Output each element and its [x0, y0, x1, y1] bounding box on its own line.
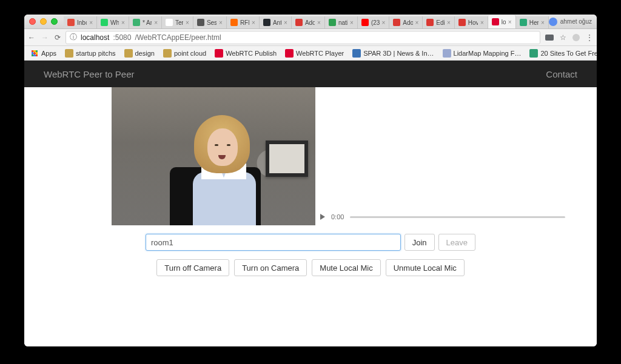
forward-button[interactable]: →: [41, 33, 49, 42]
room-row: Join Leave: [146, 234, 475, 251]
favicon-icon: [263, 19, 270, 26]
close-tab-icon[interactable]: ×: [382, 19, 386, 26]
close-tab-icon[interactable]: ×: [89, 19, 93, 26]
close-tab-icon[interactable]: ×: [284, 19, 287, 26]
address-host: localhost: [81, 33, 109, 42]
browser-tab[interactable]: Ado×: [389, 16, 423, 28]
browser-tab[interactable]: Wh×: [97, 16, 129, 28]
tab-label: Wh: [110, 19, 119, 26]
favicon-icon: [426, 19, 434, 26]
app-header: WebRTC Peer to Peer Contact: [24, 61, 597, 87]
video-row: 0:00: [112, 87, 582, 225]
zoom-window-button[interactable]: [51, 18, 58, 25]
join-button[interactable]: Join: [404, 234, 435, 251]
bookmark-icon: [215, 49, 223, 58]
close-tab-icon[interactable]: ×: [350, 19, 354, 26]
room-id-input[interactable]: [146, 234, 401, 251]
window-controls: [29, 18, 58, 25]
unmute-mic-button[interactable]: Unmute Local Mic: [386, 259, 465, 276]
bookmark-label: startup pitchs: [76, 50, 115, 57]
browser-tab[interactable]: Her×: [516, 16, 549, 28]
bookmark-folder[interactable]: startup pitchs: [65, 49, 115, 58]
browser-tab[interactable]: (23×: [358, 16, 389, 28]
bookmark-item[interactable]: SPAR 3D | News & In…: [352, 49, 434, 58]
close-tab-icon[interactable]: ×: [447, 19, 451, 26]
favicon-icon: [295, 19, 303, 26]
bookmark-item[interactable]: WebRTC Publish: [215, 49, 277, 58]
app-brand: WebRTC Peer to Peer: [44, 69, 135, 79]
browser-tab[interactable]: nati×: [325, 16, 358, 28]
folder-icon: [163, 49, 172, 58]
site-info-icon[interactable]: ⓘ: [70, 32, 77, 42]
bookmarks-apps[interactable]: Apps: [30, 49, 56, 58]
close-window-button[interactable]: [29, 18, 36, 25]
mute-mic-button[interactable]: Mute Local Mic: [312, 259, 380, 276]
bookmark-star-icon[interactable]: ☆: [560, 33, 566, 42]
address-bar[interactable]: ⓘ localhost:5080/WebRTCAppEE/peer.html: [65, 31, 540, 44]
bookmark-folder[interactable]: point cloud: [163, 49, 206, 58]
bookmark-item[interactable]: 20 Sites To Get Free…: [529, 49, 597, 58]
bookmark-label: 20 Sites To Get Free…: [540, 50, 597, 57]
close-tab-icon[interactable]: ×: [415, 19, 419, 26]
close-tab-icon[interactable]: ×: [541, 19, 545, 26]
browser-tab[interactable]: lo×: [488, 15, 516, 28]
bookmark-item[interactable]: WebRTC Player: [285, 49, 344, 58]
favicon-icon: [458, 19, 466, 26]
turn-off-camera-button[interactable]: Turn off Camera: [156, 259, 229, 276]
audio-player: 0:00: [315, 210, 582, 224]
bookmark-folder[interactable]: design: [124, 49, 155, 58]
close-tab-icon[interactable]: ×: [154, 19, 158, 26]
address-path: /WebRTCAppEE/peer.html: [135, 33, 221, 42]
play-icon[interactable]: [320, 214, 325, 220]
favicon-icon: [492, 18, 499, 25]
favicon-icon: [197, 19, 204, 26]
profile-chip[interactable]: ahmet oğuz: [549, 18, 592, 26]
close-tab-icon[interactable]: ×: [480, 19, 484, 26]
close-tab-icon[interactable]: ×: [186, 19, 189, 26]
close-tab-icon[interactable]: ×: [508, 19, 512, 25]
bookmark-label: point cloud: [174, 50, 206, 57]
favicon-icon: [361, 19, 369, 26]
menu-icon[interactable]: ⋮: [586, 33, 593, 42]
local-video: [112, 87, 315, 225]
audio-time: 0:00: [331, 213, 344, 220]
tab-label: (23: [371, 19, 380, 26]
tab-label: Edi: [436, 19, 445, 26]
turn-on-camera-button[interactable]: Turn on Camera: [234, 259, 307, 276]
bookmark-item[interactable]: LidarMap Mapping F…: [443, 49, 522, 58]
titlebar: Inbo×Wh×* Ar×Ter×Ses×RFI×Ant×Ado×nati×(2…: [24, 15, 597, 29]
audio-track[interactable]: [350, 216, 565, 218]
browser-tab[interactable]: Inbo×: [64, 16, 97, 28]
profile-name: ahmet oğuz: [560, 18, 592, 25]
browser-tab[interactable]: Ter×: [162, 16, 193, 28]
remote-video-area: 0:00: [315, 210, 582, 225]
browser-tab[interactable]: RFI×: [227, 16, 260, 28]
folder-icon: [65, 49, 73, 58]
bookmark-icon: [529, 49, 538, 58]
close-tab-icon[interactable]: ×: [219, 19, 223, 26]
close-tab-icon[interactable]: ×: [252, 19, 255, 26]
close-tab-icon[interactable]: ×: [121, 19, 125, 26]
browser-tab[interactable]: Ant×: [260, 16, 292, 28]
browser-tab[interactable]: * Ar×: [129, 16, 162, 28]
bookmark-label: design: [135, 50, 155, 57]
favicon-icon: [101, 19, 108, 26]
favicon-icon: [393, 19, 400, 26]
minimize-window-button[interactable]: [40, 18, 47, 25]
apps-icon: [30, 49, 39, 58]
tab-label: Ter: [175, 19, 183, 26]
page: WebRTC Peer to Peer Contact: [24, 61, 597, 346]
person-illustration: [189, 111, 256, 225]
reload-button[interactable]: ⟳: [55, 33, 61, 42]
profile-switch-icon[interactable]: [572, 34, 580, 41]
back-button[interactable]: ←: [28, 33, 35, 42]
toolbar-right: ☆ ⋮: [545, 33, 593, 42]
toolbar: ← → ⟳ ⓘ localhost:5080/WebRTCAppEE/peer.…: [24, 29, 597, 46]
extension-indicator-icon[interactable]: [545, 35, 554, 41]
browser-tab[interactable]: Edi×: [423, 16, 454, 28]
close-tab-icon[interactable]: ×: [317, 19, 321, 26]
browser-tab[interactable]: Ado×: [292, 16, 325, 28]
browser-tab[interactable]: Hov×: [455, 16, 488, 28]
nav-contact-link[interactable]: Contact: [546, 69, 577, 79]
browser-tab[interactable]: Ses×: [193, 16, 227, 28]
